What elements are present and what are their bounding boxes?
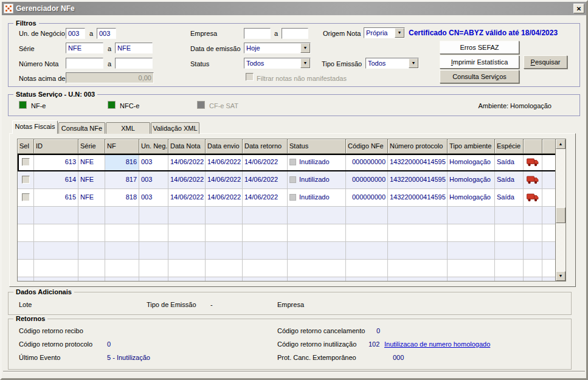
tab-validacao-xml[interactable]: Validação XML xyxy=(151,122,199,134)
grid-header-n-mero-protocolo[interactable]: Número protocolo xyxy=(388,139,448,154)
imprimir-estatistica-button[interactable]: Imprimir Estatística xyxy=(440,55,519,69)
grid-header-data-retorno[interactable]: Data retorno xyxy=(243,139,288,154)
cell-numero_protocolo[interactable]: 143220000414595 xyxy=(388,189,448,207)
grid-header-sel[interactable]: Sel xyxy=(18,139,34,154)
cell-status[interactable]: Inutilizado xyxy=(288,171,346,189)
cell-tipo_ambiente[interactable]: Homologação xyxy=(448,171,495,189)
grid-vertical-scrollbar[interactable]: ▲ ▼ xyxy=(555,139,566,281)
grid-header-esp-cie[interactable]: Espécie xyxy=(495,139,524,154)
pesquisar-button[interactable]: Pesquisar xyxy=(524,55,567,69)
erros-sefaz-button[interactable]: Erros SEFAZ xyxy=(440,41,519,54)
numero-nota-to-input[interactable] xyxy=(115,58,153,69)
cell-blank[interactable] xyxy=(542,171,556,189)
cell-nf[interactable]: 816 xyxy=(105,154,139,171)
cell-status[interactable]: Inutilizado xyxy=(288,154,346,171)
cell-data_retorno[interactable]: 14/06/2022 xyxy=(243,189,288,207)
cell-sel[interactable] xyxy=(18,154,34,171)
un-negocio-label: Un. de Negócio xyxy=(19,29,65,39)
data-emissao-select[interactable]: Hoje ▼ xyxy=(244,43,311,54)
cell-codigo_nfe[interactable]: 000000000 xyxy=(346,154,388,171)
inutilizacao-link[interactable]: Inutilizacao de numero homologado xyxy=(384,339,490,350)
origem-nota-select[interactable]: Própria ▼ xyxy=(364,27,405,38)
cell-id[interactable]: 614 xyxy=(34,171,78,189)
row-checkbox[interactable] xyxy=(22,193,30,201)
grid-header-c-digo-nfe[interactable]: Código NFe xyxy=(346,139,388,154)
cell-un_neg[interactable]: 003 xyxy=(139,154,168,171)
table-row[interactable]: 614NFE81700314/06/202214/06/202214/06/20… xyxy=(18,171,566,189)
cell-data_envio[interactable]: 14/06/2022 xyxy=(206,189,243,207)
serie-from-input[interactable] xyxy=(66,43,103,54)
serie-to-input[interactable] xyxy=(115,43,153,54)
un-negocio-to-input[interactable] xyxy=(97,28,116,39)
cell-especie[interactable]: Saída xyxy=(495,154,524,171)
close-button[interactable]: ✕ xyxy=(573,4,584,13)
cell-data_nota[interactable]: 14/06/2022 xyxy=(168,171,206,189)
cell-data_nota[interactable]: 14/06/2022 xyxy=(168,154,206,171)
cell-data_nota[interactable]: 14/06/2022 xyxy=(168,189,206,207)
row-checkbox[interactable] xyxy=(22,158,30,166)
cell-sel[interactable] xyxy=(18,171,34,189)
un-negocio-from-input[interactable] xyxy=(66,28,85,39)
titlebar[interactable]: Gerenciador NFe ✕ xyxy=(2,2,586,15)
cell-un_neg[interactable]: 003 xyxy=(139,171,168,189)
cell-truck[interactable] xyxy=(524,154,542,171)
consulta-servicos-button[interactable]: Consulta Serviços xyxy=(440,70,519,83)
numero-nota-from-input[interactable] xyxy=(66,58,103,69)
scroll-down-icon[interactable]: ▼ xyxy=(556,271,566,281)
cell-codigo_nfe[interactable]: 000000000 xyxy=(346,189,388,207)
cell-serie[interactable]: NFE xyxy=(78,154,105,171)
chevron-down-icon[interactable]: ▼ xyxy=(409,58,418,68)
grid-header-blank[interactable] xyxy=(524,139,542,154)
cell-id[interactable]: 615 xyxy=(34,189,78,207)
cell-nf[interactable]: 818 xyxy=(105,189,139,207)
cell-codigo_nfe[interactable]: 000000000 xyxy=(346,171,388,189)
tab-consulta-nfe[interactable]: Consulta NFe xyxy=(58,122,105,134)
cell-data_envio[interactable]: 14/06/2022 xyxy=(206,171,243,189)
empresa-to-input[interactable] xyxy=(282,28,308,39)
grid-header-data-nota[interactable]: Data Nota xyxy=(168,139,206,154)
table-row[interactable]: 615NFE81800314/06/202214/06/202214/06/20… xyxy=(18,189,566,207)
cell-tipo_ambiente[interactable]: Homologação xyxy=(448,189,495,207)
cell-especie[interactable]: Saída xyxy=(495,171,524,189)
cell-status[interactable]: Inutilizado xyxy=(288,189,346,207)
table-row[interactable]: 613NFE81600314/06/202214/06/202214/06/20… xyxy=(18,154,566,171)
grid-header-data-envio[interactable]: Data envio xyxy=(206,139,243,154)
cell-id[interactable]: 613 xyxy=(34,154,78,171)
cell-un_neg[interactable]: 003 xyxy=(139,189,168,207)
tab-notas-fiscais[interactable]: Notas Fiscais xyxy=(12,120,58,134)
grid-header-s-rie[interactable]: Série xyxy=(78,139,105,154)
cell-data_retorno[interactable]: 14/06/2022 xyxy=(243,171,288,189)
cell-serie[interactable]: NFE xyxy=(78,189,105,207)
table-row-empty xyxy=(18,260,566,277)
cell-tipo_ambiente[interactable]: Homologação xyxy=(448,154,495,171)
grid-header-tipo-ambiente[interactable]: Tipo ambiente xyxy=(448,139,495,154)
status-filter-select[interactable]: Todos ▼ xyxy=(244,58,311,69)
cell-serie[interactable]: NFE xyxy=(78,171,105,189)
cell-especie[interactable]: Saída xyxy=(495,189,524,207)
grid-header-id[interactable]: ID xyxy=(34,139,78,154)
chevron-down-icon[interactable]: ▼ xyxy=(395,28,404,38)
chevron-down-icon[interactable]: ▼ xyxy=(300,43,310,53)
cell-data_retorno[interactable]: 14/06/2022 xyxy=(243,154,288,171)
cell-sel[interactable] xyxy=(18,189,34,207)
scrollbar-thumb[interactable] xyxy=(556,207,566,223)
grid-header-blank[interactable] xyxy=(542,139,556,154)
scroll-up-icon[interactable]: ▲ xyxy=(556,139,566,149)
tipo-emissao-select[interactable]: Todos ▼ xyxy=(365,58,419,69)
grid-header-nf[interactable]: NF xyxy=(105,139,139,154)
cell-blank[interactable] xyxy=(542,189,556,207)
cell-data_envio[interactable]: 14/06/2022 xyxy=(206,154,243,171)
row-checkbox[interactable] xyxy=(22,176,30,184)
tab-xml[interactable]: XML xyxy=(106,122,150,134)
chevron-down-icon[interactable]: ▼ xyxy=(300,58,310,68)
cell-nf[interactable]: 817 xyxy=(105,171,139,189)
empresa-from-input[interactable] xyxy=(244,28,271,39)
grid-header-status[interactable]: Status xyxy=(288,139,346,154)
grid-header-un-neg-[interactable]: Un. Neg. xyxy=(139,139,168,154)
cell-truck[interactable] xyxy=(524,171,542,189)
cell-blank[interactable] xyxy=(542,154,556,171)
cell-numero_protocolo[interactable]: 143220000414595 xyxy=(388,171,448,189)
cell-truck[interactable] xyxy=(524,189,542,207)
cell-numero_protocolo[interactable]: 143220000414595 xyxy=(388,154,448,171)
status-square-icon xyxy=(289,159,296,165)
